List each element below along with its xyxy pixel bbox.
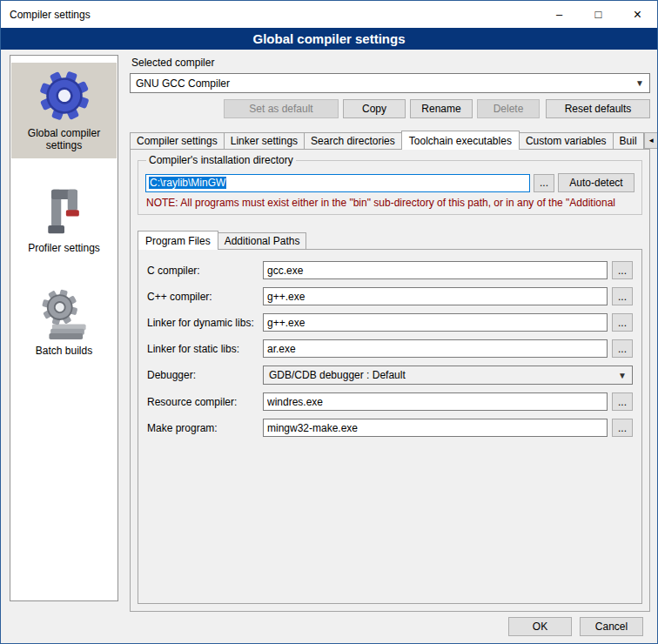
c-compiler-label: C compiler: [147,265,258,277]
c-compiler-browse-button[interactable]: ... [612,261,633,279]
tab-compiler-settings[interactable]: Compiler settings [130,132,225,149]
c-compiler-input[interactable] [263,261,608,279]
field-row: Linker for static libs: ... [147,339,633,358]
sidebar-item-batch-builds[interactable]: Batch builds [11,282,117,364]
main-panel: Selected compiler GNU GCC Compiler ▼ Set… [130,55,650,612]
field-row: C++ compiler: ... [147,287,633,305]
installation-directory-row: C:\raylib\MinGW ... Auto-detect [145,173,634,192]
sidebar: Global compiler settings Profiler settin… [10,55,118,601]
sidebar-item-profiler-settings[interactable]: Profiler settings [11,179,117,261]
ok-button[interactable]: OK [508,617,572,636]
cpp-compiler-browse-button[interactable]: ... [612,287,633,305]
debugger-label: Debugger: [147,369,258,381]
resource-compiler-browse-button[interactable]: ... [612,392,633,411]
field-row: Make program: ... [147,419,633,437]
program-files-panel: C compiler: ... C++ compiler: ... Linker… [138,249,642,604]
make-program-input[interactable] [263,419,608,437]
field-row: Resource compiler: ... [147,392,633,411]
toolchain-executables-panel: Compiler's installation directory C:\ray… [130,149,650,612]
make-program-browse-button[interactable]: ... [612,419,633,437]
copy-button[interactable]: Copy [343,99,406,118]
install-dir-input[interactable]: C:\raylib\MinGW [145,174,530,192]
profiler-tool-icon [40,186,89,237]
tab-custom-variables[interactable]: Custom variables [519,132,614,149]
compiler-settings-window: Compiler settings – □ × Global compiler … [0,0,658,644]
titlebar: Compiler settings – □ × [1,1,657,28]
cpp-compiler-label: C++ compiler: [147,291,258,303]
compiler-select-value: GNU GCC Compiler [136,77,635,90]
compiler-select[interactable]: GNU GCC Compiler ▼ [130,73,650,93]
install-dir-selected-text: C:\raylib\MinGW [149,177,226,189]
tab-linker-settings[interactable]: Linker settings [224,132,305,149]
window-title: Compiler settings [1,9,540,21]
compiler-actions: Set as default Copy Rename Delete Reset … [130,99,650,118]
close-icon[interactable]: × [618,1,657,28]
resource-compiler-label: Resource compiler: [147,396,258,408]
tab-search-directories[interactable]: Search directories [304,132,402,149]
debugger-select-value: GDB/CDB debugger : Default [269,369,618,381]
sidebar-item-label: Batch builds [36,345,92,357]
field-row: C compiler: ... [147,261,633,279]
sidebar-item-label: Profiler settings [28,242,100,254]
tab-build-options-clipped[interactable]: Buil [613,132,644,149]
sidebar-item-global-compiler-settings[interactable]: Global compiler settings [11,63,117,158]
reset-defaults-button[interactable]: Reset defaults [546,99,650,118]
batch-builds-gear-icon [38,289,91,339]
installation-directory-group: Compiler's installation directory C:\ray… [138,160,642,215]
maximize-icon[interactable]: □ [579,1,618,28]
linker-static-browse-button[interactable]: ... [612,339,633,358]
set-as-default-button: Set as default [224,99,339,118]
selected-compiler-label: Selected compiler [131,57,650,69]
installation-directory-label: Compiler's installation directory [146,154,296,166]
program-files-tabs: Program Files Additional Paths [138,229,642,249]
page-title: Global compiler settings [1,28,657,50]
chevron-down-icon: ▼ [618,371,627,380]
linker-static-label: Linker for static libs: [147,343,258,355]
linker-dynamic-input[interactable] [263,313,608,332]
delete-button: Delete [477,99,540,118]
linker-dynamic-label: Linker for dynamic libs: [147,317,258,329]
field-row: Linker for dynamic libs: ... [147,313,633,332]
rename-button[interactable]: Rename [410,99,473,118]
linker-static-input[interactable] [263,339,608,358]
resource-compiler-input[interactable] [263,392,608,411]
cpp-compiler-input[interactable] [263,287,608,305]
cancel-button[interactable]: Cancel [580,617,643,636]
tab-toolchain-executables[interactable]: Toolchain executables [401,131,520,150]
make-program-label: Make program: [147,422,258,434]
field-row: Debugger: GDB/CDB debugger : Default ▼ [147,366,633,385]
tab-scroll-arrows: ◄ ► [644,132,658,149]
settings-tabs: Compiler settings Linker settings Search… [130,129,650,149]
tab-scroll-left-icon[interactable]: ◄ [644,132,658,149]
tab-additional-paths[interactable]: Additional Paths [218,232,307,249]
minimize-icon[interactable]: – [540,1,579,28]
chevron-down-icon: ▼ [635,78,644,88]
linker-dynamic-browse-button[interactable]: ... [612,313,633,332]
install-dir-note: NOTE: All programs must exist either in … [146,197,634,209]
auto-detect-button[interactable]: Auto-detect [558,173,634,192]
debugger-select[interactable]: GDB/CDB debugger : Default ▼ [263,366,633,385]
sidebar-item-label: Global compiler settings [13,127,115,151]
install-dir-browse-button[interactable]: ... [534,174,554,192]
tab-program-files[interactable]: Program Files [138,231,218,250]
gear-icon [38,70,91,122]
